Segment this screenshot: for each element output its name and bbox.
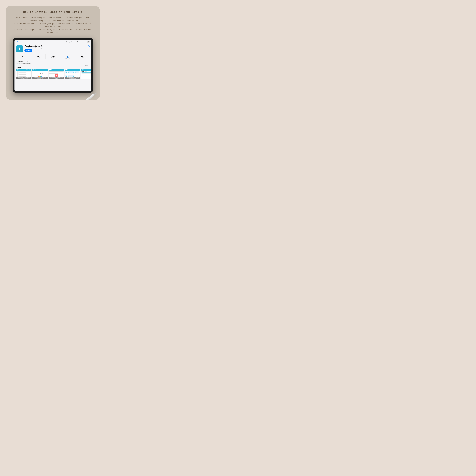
language-value: EN: [75, 55, 90, 57]
perf-improvements: Performance Improvements: [15, 63, 91, 65]
glyph-4: X: [72, 71, 74, 73]
page-title: How to Install Fonts on Your iPad !: [23, 11, 83, 14]
glyph-6: J: [77, 71, 79, 73]
tab-games[interactable]: Games: [71, 41, 75, 43]
preview-screenshots: f iFont Featured Fonts: [15, 68, 91, 91]
back-button[interactable]: ‹ Search: [16, 41, 21, 43]
app-subtitle: Pro font management made easy: [24, 47, 86, 49]
ss5-header: f iFont: [81, 69, 91, 71]
app-store-navbar: ‹ Search Today Games Apps Arcade: [15, 40, 91, 44]
ratings-value: 4.2: [16, 55, 31, 57]
ratings-label: 83 RATINGS: [16, 54, 31, 55]
glyph-2: %: [68, 71, 70, 73]
ss2-sizes: Super Junior Regular: [36, 75, 44, 76]
developer-sub: VINCI APPS: [60, 58, 75, 59]
ipad-mockup: ‹ Search Today Games Apps Arcade: [13, 38, 93, 93]
ss1-line-2: [19, 72, 26, 72]
ss1-app-icon: f: [17, 69, 18, 70]
chart-label: CHART: [46, 54, 60, 55]
whats-new-title: What's New: [16, 60, 27, 63]
tab-apps[interactable]: Apps: [77, 41, 80, 43]
ss2-font-demo: Aa Aa Aa Aa Aa Aa: [35, 73, 45, 74]
share-icon[interactable]: [88, 45, 90, 48]
ss2-color-blue: [41, 76, 42, 77]
glyph-1: J: [65, 71, 68, 73]
ss5-line-1: [82, 72, 91, 72]
stat-language: LANGUAGE EN English: [75, 54, 90, 59]
ss1-dot: [17, 71, 18, 73]
version-text: Version 1: [15, 65, 91, 66]
ss5-body: Imported Fonts: [81, 71, 91, 79]
ss2-caption: View comprehensive information about eac…: [32, 77, 48, 79]
ss1-subtitle: Featured Fonts: [26, 69, 31, 70]
age-sub: Years Old: [31, 57, 46, 58]
ss3-icon: ⊞: [55, 74, 58, 77]
ss2-size-row: Super Junior Regular: [36, 75, 44, 76]
body-line-4: 2. Open iFont, import the font file, and…: [14, 29, 91, 34]
screenshot-3: f iFont ⊞: [49, 68, 64, 79]
search-icon[interactable]: [87, 41, 90, 43]
ss4-caption: View all the available glyphs and custom…: [65, 77, 80, 79]
ss1-caption: Choose from 100s of fonts and install wi…: [16, 77, 32, 79]
stats-row: 83 RATINGS 4.2 ★★★★☆ AGE 4+ Years Old CH…: [15, 53, 91, 60]
ss2-color-yellow: [39, 76, 40, 77]
tab-today[interactable]: Today: [67, 41, 70, 43]
app-name: iFont: find, install any font: [24, 45, 86, 47]
screenshot-2: Aa Ubuntu Aa Aa Aa Aa Aa Aa Super Junior…: [32, 68, 48, 79]
ss1-row-2: [17, 73, 31, 75]
ss3-header: f iFont: [49, 69, 64, 71]
ss1-lines: [19, 71, 31, 73]
body-text: You'll need a third-party font app to in…: [13, 16, 93, 34]
ss1-title: iFont: [18, 69, 20, 70]
ss3-line-3: [49, 73, 64, 73]
screenshot-5: f iFont Imported Fonts: [81, 68, 91, 79]
ss3-app-icon: f: [49, 69, 51, 70]
age-label: AGE: [31, 54, 46, 55]
language-label: LANGUAGE: [75, 54, 90, 55]
svg-line-6: [74, 95, 94, 100]
ss1-dot-2: [17, 73, 18, 75]
ss4-app-icon: f: [66, 69, 67, 70]
chevron-right-icon: ›: [27, 61, 28, 62]
ss1-line-4: [19, 74, 26, 75]
back-label: Search: [17, 41, 21, 43]
main-card: How to Install Fonts on Your iPad ! You'…: [6, 6, 100, 100]
stars-display: ★★★★☆: [16, 57, 31, 59]
chart-sub: Utilities: [46, 57, 60, 58]
ss3-line-1: [49, 71, 64, 72]
ss3-title: iFont: [51, 69, 53, 70]
svg-rect-3: [73, 94, 95, 100]
nav-tabs: Today Games Apps Arcade: [67, 41, 90, 43]
ss3-line-4: [49, 73, 58, 74]
app-details: iFont: find, install any font Pro font m…: [24, 45, 86, 52]
stat-chart: CHART No. 28 Utilities: [46, 54, 60, 59]
ipad-frame: ‹ Search Today Games Apps Arcade: [13, 38, 93, 93]
ipad-screen: ‹ Search Today Games Apps Arcade: [15, 40, 91, 91]
body-line-2: I recommend using iFont (it's free and e…: [25, 20, 80, 22]
app-info-section: f iFont: find, install any font Pro font…: [15, 44, 91, 53]
ss1-line-3: [19, 74, 31, 74]
ss2-title: Ubuntu: [35, 69, 37, 70]
ss5-app-icon: f: [82, 69, 83, 70]
stat-age: AGE 4+ Years Old: [31, 54, 46, 59]
ss5-title: iFont: [84, 69, 85, 70]
ss5-line-2: [82, 73, 91, 73]
update-button[interactable]: Update: [24, 49, 32, 52]
chart-value: No. 28: [46, 55, 60, 57]
body-line-1: You'll need a third-party font app to in…: [16, 17, 90, 19]
ss1-line-6: [19, 76, 26, 77]
body-line-3: 1. Download the font file from your purc…: [14, 23, 91, 28]
ss1-row-1: [17, 71, 31, 73]
glyph-5: J: [75, 71, 77, 73]
ss3-line-2: [49, 72, 61, 72]
ss5-line-3: [82, 73, 91, 73]
ss1-header: f iFont Featured Fonts: [16, 69, 32, 71]
ss5-imported-label: Imported Fonts: [82, 71, 91, 72]
tab-arcade[interactable]: Arcade: [82, 41, 85, 43]
ss1-lines-2: [19, 74, 31, 75]
ss1-line-5: [19, 76, 31, 76]
stat-ratings: 83 RATINGS 4.2 ★★★★☆: [16, 54, 31, 59]
whats-new-row: What's New ›: [15, 60, 91, 63]
ss4-header: f iFont: [65, 69, 80, 71]
svg-marker-5: [93, 92, 97, 95]
